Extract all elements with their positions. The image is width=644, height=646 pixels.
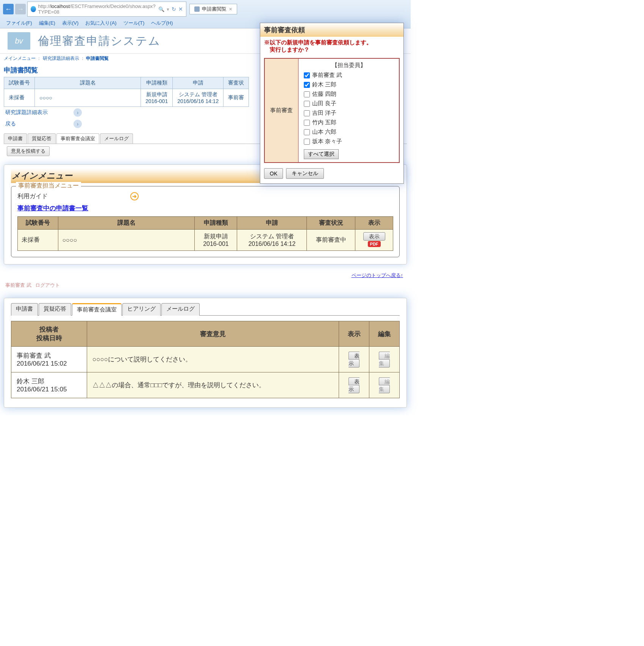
menu-tools[interactable]: ツール(T)	[120, 19, 148, 27]
tab-hearing[interactable]: ヒアリング	[122, 303, 161, 316]
tab-qa[interactable]: 質疑応答	[39, 303, 71, 316]
committee-member[interactable]: 竹内 五郎	[304, 118, 394, 127]
member-checkbox[interactable]	[304, 91, 310, 97]
tab-close-icon[interactable]: ✕	[229, 7, 232, 12]
back-link[interactable]: 戻る	[5, 120, 66, 127]
post-opinion-button[interactable]: 意見を投稿する	[7, 146, 50, 156]
fieldset-legend: 事前審査担当メニュー	[16, 182, 81, 190]
address-bar[interactable]: http://localhost/ESCTFramework/Decide0/s…	[27, 2, 186, 17]
favicon-icon	[194, 6, 200, 12]
edit-button[interactable]: 編集	[379, 377, 390, 393]
arrow-right-icon[interactable]: ➜	[130, 192, 139, 200]
nav-forward-button[interactable]: →	[15, 4, 26, 14]
th-subject: 課題名	[35, 77, 141, 89]
ie-icon	[31, 6, 36, 12]
pending-table: 試験番号 課題名 申請種類 申請 審査状況 表示 未採番 ○○○○ 新規申請20…	[17, 216, 393, 251]
menu-file[interactable]: ファイル(F)	[3, 19, 35, 27]
page-top-link[interactable]: ページのトップへ戻る↑	[352, 272, 403, 278]
usage-guide-link[interactable]: 利用ガイド	[17, 192, 48, 200]
dialog-title: 事前審査依頼	[260, 23, 403, 37]
table-row: 鈴木 三郎2016/06/21 15:05△△△の場合、通常□□□ですが、理由を…	[11, 372, 400, 398]
menu-favorites[interactable]: お気に入り(A)	[82, 19, 119, 27]
show-button[interactable]: 表示	[363, 232, 385, 241]
tab-meeting[interactable]: 事前審査会議室	[56, 133, 99, 144]
confirm-dialog: 事前審査依頼 ※以下の新規申請を事前審査依頼します。 実行しますか？ 事前審査 …	[260, 23, 404, 184]
pdf-icon[interactable]: PDF	[368, 241, 381, 247]
edit-button[interactable]: 編集	[379, 352, 390, 368]
app-title: 倫理審査申請システム	[38, 33, 161, 49]
pending-list-link[interactable]: 事前審査中の申請書一覧	[17, 204, 88, 213]
opinion-panel: 申請書 質疑応答 事前審査会議室 ヒアリング メールログ 投稿者投稿日時 審査意…	[4, 298, 407, 408]
tab-maillog[interactable]: メールログ	[100, 133, 133, 144]
member-checkbox[interactable]	[304, 101, 310, 107]
refresh-icon[interactable]: ↻	[172, 6, 176, 12]
member-checkbox[interactable]	[304, 72, 310, 78]
breadcrumb-link[interactable]: 研究課題詳細表示	[43, 56, 79, 61]
th-trial-no: 試験番号	[4, 77, 35, 89]
ok-button[interactable]: OK	[264, 168, 283, 179]
committee-member[interactable]: 山田 良子	[304, 99, 394, 108]
opinion-tabs: 申請書 質疑応答 事前審査会議室 ヒアリング メールログ	[11, 303, 400, 316]
committee-member[interactable]: 鈴木 三郎	[304, 80, 394, 89]
menu-edit[interactable]: 編集(E)	[36, 19, 58, 27]
dialog-category-label: 事前審査	[265, 59, 299, 162]
member-checkbox[interactable]	[304, 120, 310, 126]
arrow-right-icon[interactable]: ›	[73, 120, 82, 128]
tab-qa[interactable]: 質疑応答	[28, 133, 56, 144]
arrow-right-icon[interactable]: ›	[73, 108, 82, 117]
table-row: 事前審査 武2016/06/21 15:02○○○○について説明してください。表…	[11, 347, 400, 372]
tab-application[interactable]: 申請書	[4, 133, 27, 144]
committee-member[interactable]: 佐藤 四朗	[304, 89, 394, 99]
th-app-type: 申請種類	[141, 77, 173, 89]
browser-tab[interactable]: 申請書閲覧 ✕	[189, 4, 237, 14]
th-applicant: 申請	[173, 77, 224, 89]
application-table: 試験番号 課題名 申請種類 申請 審査状 未採番 ○○○○ 新規申請2016-0…	[4, 77, 249, 107]
committee-member[interactable]: 坂本 奈々子	[304, 137, 394, 146]
tab-maillog[interactable]: メールログ	[161, 303, 200, 316]
search-icon[interactable]: 🔍	[158, 6, 164, 12]
show-button[interactable]: 表示	[349, 377, 360, 393]
select-all-button[interactable]: すべて選択	[304, 149, 339, 159]
opinion-table: 投稿者投稿日時 審査意見 表示 編集 事前審査 武2016/06/21 15:0…	[11, 321, 400, 398]
member-checkbox[interactable]	[304, 110, 310, 116]
th-status: 審査状	[224, 77, 249, 89]
dialog-message: ※以下の新規申請を事前審査依頼します。 実行しますか？	[260, 37, 403, 56]
member-checkbox[interactable]	[304, 139, 310, 145]
committee-member[interactable]: 事前審査 武	[304, 70, 394, 80]
stop-icon[interactable]: ✕	[178, 6, 183, 12]
show-button[interactable]: 表示	[349, 352, 360, 368]
nav-back-button[interactable]: ←	[3, 4, 14, 14]
cancel-button[interactable]: キャンセル	[286, 168, 324, 179]
menu-help[interactable]: ヘルプ(H)	[148, 19, 176, 27]
table-row: 未採番 ○○○○ 新規申請2016-001 システム 管理者2016/06/16…	[4, 89, 249, 107]
committee-member[interactable]: 山本 六郎	[304, 127, 394, 137]
member-checkbox[interactable]	[304, 129, 310, 135]
member-checkbox[interactable]	[304, 82, 310, 88]
table-row: 未採番 ○○○○ 新規申請2016-001 システム 管理者2016/06/16…	[18, 230, 393, 251]
menu-view[interactable]: 表示(V)	[59, 19, 81, 27]
breadcrumb-link[interactable]: メインメニュー	[4, 56, 36, 61]
breadcrumb-current: 申請書閲覧	[86, 56, 109, 61]
detail-link[interactable]: 研究課題詳細表示	[5, 109, 66, 116]
committee-header: 【担当委員】	[304, 62, 394, 69]
tab-application[interactable]: 申請書	[11, 303, 38, 316]
app-logo: bv	[8, 32, 30, 50]
committee-member[interactable]: 吉田 洋子	[304, 108, 394, 118]
tab-meeting[interactable]: 事前審査会議室	[72, 303, 122, 316]
